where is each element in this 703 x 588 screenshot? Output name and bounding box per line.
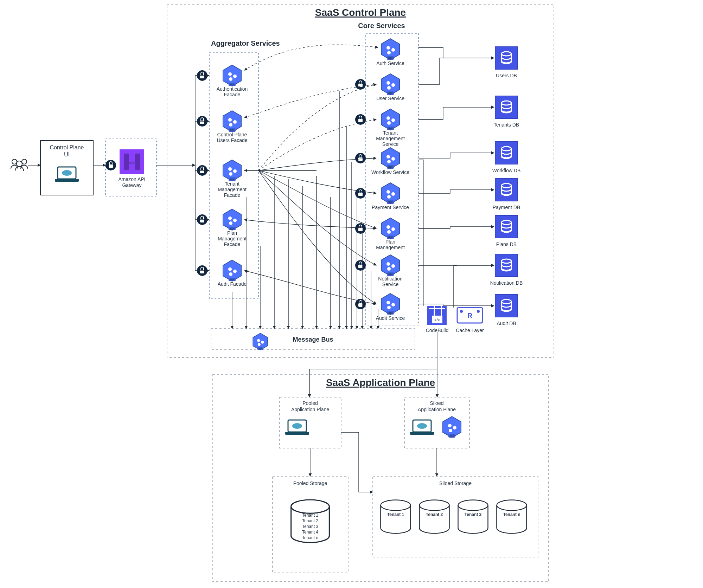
svg-text:Application Plane: Application Plane [418, 407, 456, 412]
svg-text:Users Facade: Users Facade [217, 137, 247, 143]
cache-layer-icon: R Cache Layer [456, 308, 484, 333]
aggregator-title: Aggregator Services [211, 39, 280, 47]
svg-text:Management: Management [376, 136, 405, 141]
db-audit: Audit DB [495, 295, 518, 326]
svg-text:Notification: Notification [378, 276, 402, 282]
svg-text:Facade: Facade [224, 92, 241, 97]
db-users: Users DB [495, 47, 518, 78]
svg-text:Tenant 1: Tenant 1 [387, 512, 404, 517]
svg-text:Audit Service: Audit Service [376, 315, 405, 321]
message-bus-title: Message Bus [293, 336, 333, 343]
svg-text:Tenants DB: Tenants DB [494, 122, 519, 128]
svg-text:Tenant: Tenant [383, 130, 398, 136]
core-auth-service: Auth Service [376, 39, 404, 66]
svg-text:</>: </> [434, 318, 440, 322]
core-user-service: User Service [355, 74, 404, 101]
lock-icon [106, 160, 116, 170]
aggregator-plan-facade: PlanManagementFacade [197, 209, 247, 247]
core-tenant-service: TenantManagementService [355, 109, 405, 147]
pooled-storage-label: Pooled Storage [293, 480, 327, 486]
svg-text:Facade: Facade [224, 241, 241, 247]
api-gateway-label-1: Amazon API [118, 176, 145, 182]
svg-text:Tenant 3: Tenant 3 [465, 512, 482, 517]
svg-point-57 [477, 310, 480, 313]
svg-text:Tenant n: Tenant n [302, 535, 318, 540]
control-plane-ui-label-2: UI [64, 151, 70, 157]
svg-text:</>: </> [129, 161, 135, 165]
svg-text:Workflow DB: Workflow DB [492, 168, 521, 173]
svg-text:Tenant 1: Tenant 1 [302, 513, 318, 518]
svg-text:Tenant 4: Tenant 4 [302, 530, 318, 535]
siloed-cylinders: Tenant 1 Tenant 2 Tenant 3 Tenant n [381, 500, 527, 534]
db-workflow: Workflow DB [492, 142, 521, 173]
svg-text:Authentication: Authentication [217, 86, 248, 92]
aggregator-tenant-facade: TenantManagementFacade [197, 160, 247, 198]
svg-text:Plan: Plan [385, 239, 395, 245]
svg-text:Service: Service [382, 282, 399, 287]
aggregator-auth-facade: AuthenticationFacade [197, 65, 248, 97]
svg-text:Tenant: Tenant [225, 181, 239, 187]
aggregator-users-facade: Control PlaneUsers Facade [197, 111, 248, 143]
svg-text:Audit DB: Audit DB [497, 321, 516, 326]
siloed-storage-label: Siloed Storage [439, 480, 472, 486]
svg-text:Tenant 3: Tenant 3 [302, 524, 318, 529]
codebuild-icon: </> CodeBuild [426, 306, 449, 333]
svg-text:Payment Service: Payment Service [372, 205, 409, 210]
svg-text:Payment DB: Payment DB [493, 205, 520, 210]
db-plans: Plans DB [495, 215, 518, 247]
application-plane-title: SaaS Application Plane [326, 377, 435, 388]
users-icon [11, 159, 28, 171]
svg-text:Cache Layer: Cache Layer [456, 328, 484, 333]
control-plane-ui-label-1: Control Plane [50, 144, 84, 150]
svg-text:User Service: User Service [376, 96, 404, 101]
bus-drops [232, 91, 378, 329]
application-plane-box [213, 374, 549, 582]
svg-text:R: R [467, 312, 473, 319]
svg-text:Application Plane: Application Plane [291, 407, 329, 412]
svg-text:Management: Management [218, 187, 247, 192]
control-plane-title: SaaS Control Plane [315, 7, 406, 18]
core-workflow-service: Workflow Service [355, 148, 409, 175]
svg-text:Workflow Service: Workflow Service [371, 169, 409, 175]
architecture-diagram: api [0, 0, 703, 588]
api-gateway-label-2: Gateway [122, 182, 141, 188]
svg-text:Plan: Plan [227, 230, 237, 236]
core-plan-service: PlanManagement [355, 218, 405, 250]
svg-text:Plans DB: Plans DB [496, 241, 517, 247]
core-title: Core Services [358, 22, 405, 30]
svg-text:Auth Service: Auth Service [376, 60, 404, 66]
svg-text:Tenant 2: Tenant 2 [426, 512, 443, 517]
svg-text:Control Plane: Control Plane [217, 132, 247, 137]
aggregator-audit-facade: Audit Facade [197, 260, 247, 287]
svg-text:Tenant n: Tenant n [503, 512, 520, 517]
svg-text:Tenant 2: Tenant 2 [302, 518, 318, 523]
db-payment: Payment DB [493, 179, 520, 210]
svg-point-56 [460, 310, 463, 313]
svg-text:Pooled: Pooled [302, 400, 318, 406]
svg-rect-17 [124, 154, 129, 170]
svg-text:Notification DB: Notification DB [490, 280, 523, 286]
core-payment-service: Payment Service [355, 183, 409, 210]
db-notification: Notification DB [490, 254, 523, 286]
svg-text:Siloed: Siloed [430, 400, 444, 406]
db-tenants: Tenants DB [494, 96, 519, 128]
svg-rect-18 [135, 154, 140, 170]
svg-text:Management: Management [376, 245, 405, 250]
core-audit-service: Audit Service [355, 293, 405, 321]
svg-text:Management: Management [218, 236, 247, 241]
svg-text:Facade: Facade [224, 192, 241, 198]
svg-text:Service: Service [382, 141, 399, 147]
svg-text:Audit  Facade: Audit Facade [218, 281, 247, 287]
svg-text:Users DB: Users DB [496, 73, 517, 78]
